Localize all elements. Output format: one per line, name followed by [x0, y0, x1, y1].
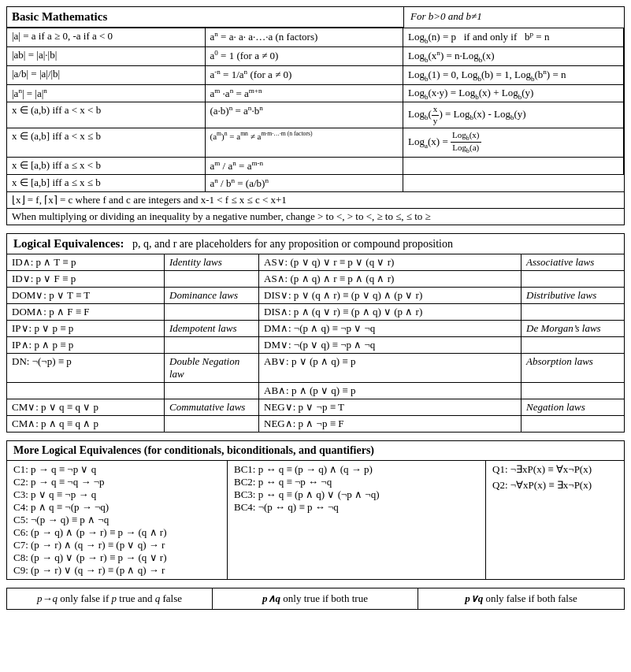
- le-grid: ID∧: p ∧ T ≡ p Identity laws AS∨: (p ∨ q…: [7, 254, 624, 432]
- mle-c7: C7: (p → r) ∧ (q → r) ≡ (p ∨ q) → r: [13, 539, 221, 551]
- le-r9c3: NEG∨: p ∨ ¬p ≡ T: [259, 399, 522, 416]
- le-r1c3: AS∨: (p ∨ q) ∨ r ≡ p ∨ (q ∨ r): [259, 254, 522, 271]
- le-r4c4: [522, 304, 624, 321]
- bm-pow7: am / an = am-n: [206, 158, 404, 175]
- le-r5c1: IP∨: p ∨ p ≡ p: [7, 321, 165, 337]
- le-r2c1: ID∨: p ∨ F ≡ p: [7, 271, 165, 288]
- le-r5c4: De Morgan’s laws: [522, 321, 624, 337]
- bm-abs4: |an| = |a|n: [7, 85, 206, 103]
- mle-bc4: BC4: ¬(p ↔ q) ≡ p ↔ ¬q: [234, 501, 479, 514]
- log5: Logb(xy) = Logb(x) - Logb(y): [403, 102, 624, 128]
- le-r5c3: DM∧: ¬(p ∧ q) ≡ ¬p ∨ ¬q: [259, 321, 522, 337]
- le-r2c2: [165, 271, 259, 288]
- le-r7c2: Double Negation law: [165, 354, 259, 383]
- mle-c1: C1: p → q ≡ ¬p ∨ q: [13, 463, 221, 476]
- le-r4c2: [165, 304, 259, 321]
- mle-col2: BC1: p ↔ q ≡ (p → q) ∧ (q → p) BC2: p ↔ …: [228, 461, 486, 579]
- le-r7c3: AB∨: p ∨ (p ∧ q) ≡ p: [259, 354, 522, 383]
- mle-c8: C8: (p → q) ∨ (p → r) ≡ p → (q ∨ r): [13, 551, 221, 564]
- le-r4c3: DIS∧: p ∧ (q ∨ r) ≡ (p ∧ q) ∨ (p ∧ r): [259, 304, 522, 321]
- bm-interval3: x ∈ [a,b) iff a ≤ x < b: [7, 158, 206, 175]
- log-header: For b>0 and b≠1: [403, 7, 624, 28]
- bm-abs1: |a| = a if a ≥ 0, -a if a < 0: [7, 28, 206, 47]
- log3: Logb(1) = 0, Logb(b) = 1, Logb(bn) = n: [403, 66, 624, 85]
- bm-abs2: |ab| = |a|·|b|: [7, 47, 206, 66]
- le-r3c3: DIS∨: p ∨ (q ∧ r) ≡ (p ∨ q) ∧ (p ∨ r): [259, 288, 522, 304]
- le-r1c1: ID∧: p ∧ T ≡ p: [7, 254, 165, 271]
- bm-pow8: an / bn = (a/b)n: [206, 175, 404, 191]
- bm-pow4: am ·an = am+n: [206, 85, 404, 103]
- bm-interval4: x ∈ [a,b] iff a ≤ x ≤ b: [7, 175, 206, 191]
- mle-q2: Q2: ¬∀xP(x) ≡ ∃x¬P(x): [492, 479, 618, 492]
- log1: Logb(n) = p if and only if bp = n: [403, 28, 624, 47]
- log4: Logb(x·y) = Logb(x) + Logb(y): [403, 85, 624, 103]
- le-header: Logical Equivalences: p, q, and r are pl…: [7, 234, 624, 254]
- more-le-section: More Logical Equivalences (for condition…: [6, 440, 625, 580]
- basic-math-title: Basic Mathematics: [7, 7, 403, 28]
- bottom-cell3: p∨q only false if both false: [418, 588, 624, 609]
- le-r10c4: [522, 416, 624, 432]
- le-r1c4: Associative laws: [522, 254, 624, 271]
- mle-c4: C4: p ∧ q ≡ ¬(p → ¬q): [13, 501, 221, 514]
- le-title: Logical Equivalences:: [13, 237, 124, 250]
- mle-col3: Q1: ¬∃xP(x) ≡ ∀x¬P(x) Q2: ¬∀xP(x) ≡ ∃x¬P…: [486, 461, 624, 579]
- le-r2c3: AS∧: (p ∧ q) ∧ r ≡ p ∧ (q ∧ r): [259, 271, 522, 288]
- mle-q1: Q1: ¬∃xP(x) ≡ ∀x¬P(x): [492, 463, 618, 476]
- mle-c3: C3: p ∨ q ≡ ¬p → q: [13, 488, 221, 501]
- mle-c6: C6: (p → q) ∧ (p → r) ≡ p → (q ∧ r): [13, 526, 221, 539]
- logical-equivalences-section: Logical Equivalences: p, q, and r are pl…: [6, 233, 625, 433]
- mle-bc1: BC1: p ↔ q ≡ (p → q) ∧ (q → p): [234, 463, 479, 476]
- bottom-cell2: p∧q only true if both true: [213, 588, 418, 609]
- log-empty2: [403, 175, 624, 191]
- bm-pow2: a0 = 1 (for a ≠ 0): [206, 47, 404, 66]
- mle-c5: C5: ¬(p → q) ≡ p ∧ ¬q: [13, 514, 221, 526]
- mle-bc2: BC2: p ↔ q ≡ ¬p ↔ ¬q: [234, 476, 479, 488]
- log6: Loga(x) = Logb(x)Logb(a): [403, 128, 624, 158]
- le-r10c3: NEG∧: p ∧ ¬p ≡ F: [259, 416, 522, 432]
- bm-pow5: (a·b)n = an·bn: [206, 102, 404, 128]
- bottom-label3: p∨q: [465, 592, 483, 604]
- bm-interval1: x ∈ (a,b) iff a < x < b: [7, 102, 206, 128]
- le-r3c4: Distributive laws: [522, 288, 624, 304]
- le-r6c1: IP∧: p ∧ p ≡ p: [7, 337, 165, 354]
- le-r3c2: Dominance laws: [165, 288, 259, 304]
- mle-c9: C9: (p → r) ∨ (q → r) ≡ (p ∧ q) → r: [13, 564, 221, 577]
- mle-grid: C1: p → q ≡ ¬p ∨ q C2: p → q ≡ ¬q → ¬p C…: [7, 461, 624, 579]
- le-r9c2: Commutative laws: [165, 399, 259, 416]
- inequality-note: When multiplying or dividing an inequali…: [7, 209, 624, 225]
- le-r7c4: Absorption laws: [522, 354, 624, 383]
- mle-c2: C2: p → q ≡ ¬q → ¬p: [13, 476, 221, 488]
- floor-ceil-row: ⌊x⌋ = f, ⌈x⌉ = c where f and c are integ…: [7, 191, 624, 209]
- bm-interval2: x ∈ (a,b] iff a < x ≤ b: [7, 128, 206, 158]
- le-r8c4: [522, 383, 624, 399]
- le-r2c4: [522, 271, 624, 288]
- le-r7c1: DN: ¬(¬p) ≡ p: [7, 354, 165, 383]
- le-r8c2: [165, 383, 259, 399]
- basic-math-section: Basic Mathematics For b>0 and b≠1 |a| = …: [6, 6, 625, 225]
- bottom-cell1: p→q only false if p true and q false: [7, 588, 213, 609]
- bottom-label1: p→q: [37, 592, 58, 604]
- le-r6c2: [165, 337, 259, 354]
- le-r6c3: DM∨: ¬(p ∨ q) ≡ ¬p ∧ ¬q: [259, 337, 522, 354]
- log-empty: [403, 158, 624, 175]
- bm-pow3: a-n = 1/an (for a ≠ 0): [206, 66, 404, 85]
- log2: Logb(xn) = n·Logb(x): [403, 47, 624, 66]
- bm-pow6: (am)n = amn ≠ am·m·…·m (n factors): [206, 128, 404, 158]
- le-r10c1: CM∧: p ∧ q ≡ q ∧ p: [7, 416, 165, 432]
- le-r6c4: [522, 337, 624, 354]
- bm-pow1: an = a· a· a·…·a (n factors): [206, 28, 404, 47]
- le-r10c2: [165, 416, 259, 432]
- le-r9c4: Negation laws: [522, 399, 624, 416]
- mle-bc3: BC3: p ↔ q ≡ (p ∧ q) ∨ (¬p ∧ ¬q): [234, 488, 479, 501]
- le-r1c2: Identity laws: [165, 254, 259, 271]
- mle-header: More Logical Equivalences (for condition…: [7, 441, 624, 461]
- le-r5c2: Idempotent laws: [165, 321, 259, 337]
- le-r4c1: DOM∧: p ∧ F ≡ F: [7, 304, 165, 321]
- le-r8c1: [7, 383, 165, 399]
- bottom-row: p→q only false if p true and q false p∧q…: [6, 588, 625, 610]
- le-r3c1: DOM∨: p ∨ T ≡ T: [7, 288, 165, 304]
- mle-col1: C1: p → q ≡ ¬p ∨ q C2: p → q ≡ ¬q → ¬p C…: [7, 461, 228, 579]
- bm-abs3: |a/b| = |a|/|b|: [7, 66, 206, 85]
- le-r8c3: AB∧: p ∧ (p ∨ q) ≡ p: [259, 383, 522, 399]
- bottom-label2: p∧q: [262, 592, 280, 604]
